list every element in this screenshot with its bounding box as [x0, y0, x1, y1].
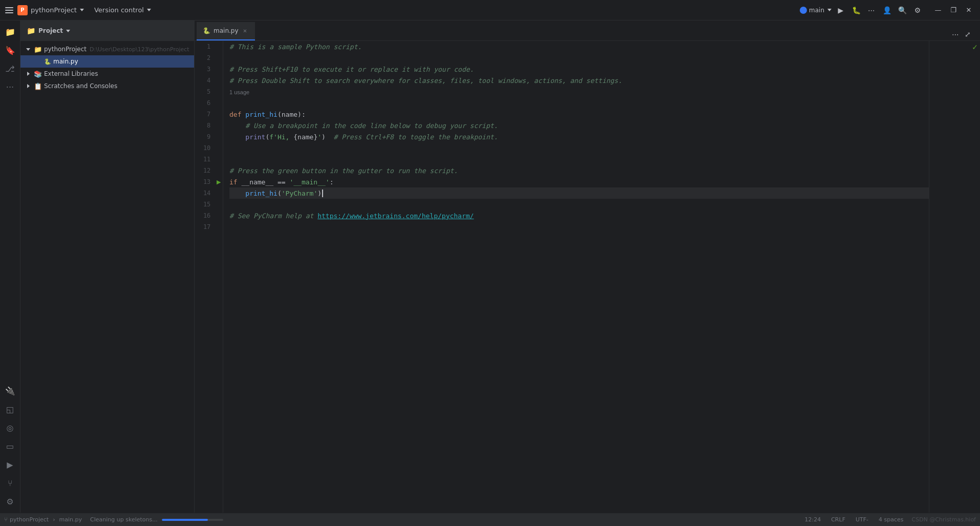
tab-more-button[interactable]: ⋯ [949, 28, 962, 40]
tab-main-py[interactable]: 🐍 main.py ✕ [197, 22, 255, 40]
project-panel-icon: 📁 [27, 27, 35, 35]
project-panel: 📁 Project 📁 pythonProject D:\User\Deskto… [20, 20, 195, 513]
code-line-6-usage: 1 usage [229, 97, 929, 109]
code-line-17 [229, 221, 929, 233]
code-line-10 [229, 142, 929, 154]
code-lines: # This is a sample Python script. # Pres… [229, 41, 929, 233]
tree-item-main-py[interactable]: 🐍 main.py [20, 55, 194, 68]
tree-arrow-icon [25, 46, 32, 53]
tree-item-scratches[interactable]: 📋 Scratches and Consoles [20, 80, 194, 92]
settings-tool-button[interactable]: ⚙ [2, 493, 18, 510]
progress-bar [162, 519, 223, 521]
more-run-button[interactable]: ⋯ [865, 4, 878, 16]
code-token: print_hi [245, 190, 278, 197]
window-controls: — ❐ ✕ [931, 4, 976, 16]
titlebar-right: main ▶ 🐛 ⋯ 👤 🔍 ⚙ — ❐ ✕ [800, 4, 976, 16]
terminal-tool-button[interactable]: ▭ [2, 438, 18, 454]
code-line-16: # See PyCharm help at https://www.jetbra… [229, 210, 929, 221]
indent-status[interactable]: 4 spaces [877, 516, 906, 523]
tab-icon: 🐍 [203, 27, 210, 34]
code-token: print_hi [245, 111, 278, 118]
encoding-status[interactable]: UTF- [854, 516, 870, 523]
line-col-status[interactable]: 12:24 [802, 516, 823, 523]
run-config-chevron-icon [827, 9, 832, 11]
menu-button[interactable] [4, 5, 14, 15]
editor-tabs: 🐍 main.py ✕ ⋯ ⤢ [195, 20, 980, 41]
debug-button[interactable]: 🐛 [850, 4, 862, 16]
git-tool-button[interactable]: ⎇ [2, 60, 18, 77]
tree-item-external-libs[interactable]: 📚 External Libraries [20, 68, 194, 80]
gutter-row-14: 14 [195, 187, 223, 199]
code-token: (name): [278, 111, 306, 118]
progress-label: Cleaning up skeletons... [90, 516, 158, 523]
titlebar: P pythonProject Version control main ▶ 🐛… [0, 0, 980, 20]
gutter-row-10: 10 [195, 142, 223, 154]
tree-item-label: Scratches and Consoles [44, 82, 117, 90]
line-ending-status[interactable]: CRLF [829, 516, 847, 523]
layers-tool-button[interactable]: ◱ [2, 401, 18, 417]
code-line-14: print_hi('PyCharm') [229, 187, 929, 199]
code-line-11 [229, 154, 929, 165]
ext-lib-icon: 📚 [34, 70, 42, 78]
close-button[interactable]: ✕ [962, 4, 976, 16]
tab-expand-button[interactable]: ⤢ [962, 28, 974, 40]
code-token: https://www.jetbrains.com/help/pycharm/ [317, 212, 474, 220]
status-bar-left: ⑂ pythonProject › main.py Cleaning up sk… [4, 516, 223, 523]
code-token: # See PyCharm help at [229, 212, 317, 220]
usage-hint: 1 usage [229, 89, 249, 95]
code-line-15 [229, 199, 929, 210]
tab-close-button[interactable]: ✕ [242, 27, 249, 34]
code-editor[interactable]: 1 2 3 4 5 6 7 8 9 10 11 12 13▶ 14 15 16 … [195, 41, 980, 513]
minimap: ✓ [929, 41, 980, 513]
folder-icon: 📁 [34, 46, 42, 53]
code-line-12: # Press the green button in the gutter t… [229, 165, 929, 176]
project-tool-button[interactable]: 📁 [2, 24, 18, 40]
editor-area: 🐍 main.py ✕ ⋯ ⤢ 1 2 3 4 5 6 7 8 9 10 [195, 20, 980, 513]
code-line-4: # Press Double Shift to search everywher… [229, 75, 929, 86]
cursor-caret [322, 190, 323, 197]
run-config[interactable]: main [800, 7, 832, 14]
tree-item-pythonproject[interactable]: 📁 pythonProject D:\User\Desktop\123\pyth… [20, 43, 194, 55]
minimize-button[interactable]: — [931, 4, 945, 16]
gutter-row-9: 9 [195, 131, 223, 142]
project-panel-chevron-icon [66, 30, 70, 32]
tree-item-label: main.py [53, 58, 78, 65]
code-token: ) [322, 133, 333, 141]
gutter-row-7: 7 [195, 109, 223, 120]
minimap-check-icon: ✓ [972, 43, 978, 51]
search-everywhere-button[interactable]: 🔍 [896, 4, 908, 16]
settings-button[interactable]: ⚙ [911, 4, 924, 16]
tree-arrow-icon [25, 70, 32, 77]
project-panel-header[interactable]: 📁 Project [20, 20, 194, 41]
gutter-row-3: 3 [195, 64, 223, 75]
status-separator: › [53, 516, 55, 523]
bookmarks-tool-button[interactable]: 🔖 [2, 42, 18, 58]
globe-tool-button[interactable]: ◎ [2, 419, 18, 436]
gutter-row-12: 12 [195, 165, 223, 176]
gutter-row-16: 16 [195, 210, 223, 221]
code-content[interactable]: # This is a sample Python script. # Pres… [223, 41, 929, 513]
more-tools-button[interactable]: ··· [2, 79, 18, 95]
gutter-row-17: 17 [195, 221, 223, 233]
code-token: if [229, 178, 241, 186]
plugins-tool-button[interactable]: 🔌 [2, 383, 18, 399]
profile-button[interactable]: 👤 [881, 4, 893, 16]
status-bar-right: 12:24 CRLF UTF- 4 spaces CSDN @Christmas… [802, 516, 976, 523]
version-control-menu[interactable]: Version control [94, 6, 151, 14]
watermark-text: CSDN @Christmas.hiof [912, 516, 976, 523]
gutter-row-5: 5 [195, 86, 223, 97]
line-gutter: 1 2 3 4 5 6 7 8 9 10 11 12 13▶ 14 15 16 … [195, 41, 223, 513]
tree-arrow-icon [25, 82, 32, 90]
git-branch-status[interactable]: ⑂ pythonProject [4, 516, 49, 523]
project-menu[interactable]: pythonProject [31, 6, 84, 14]
restore-button[interactable]: ❐ [946, 4, 961, 16]
project-panel-title: Project [38, 27, 63, 34]
gutter-row-11: 11 [195, 154, 223, 165]
git2-tool-button[interactable]: ⑂ [2, 475, 18, 491]
run-button[interactable]: ▶ [835, 4, 847, 16]
code-token: ) [317, 190, 322, 197]
tree-item-label: External Libraries [44, 70, 98, 77]
vc-chevron-icon [147, 9, 151, 11]
run-tool-button[interactable]: ▶ [2, 456, 18, 473]
version-control-label: Version control [94, 6, 144, 14]
